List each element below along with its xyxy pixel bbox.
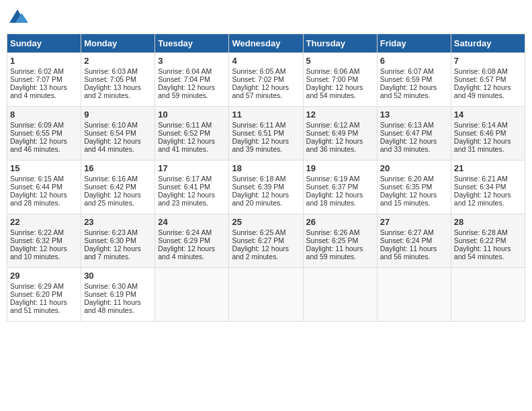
sunset-label: Sunset: 6:46 PM <box>454 129 506 137</box>
daylight-label: Daylight: 12 hours and 57 minutes. <box>232 83 289 99</box>
daylight-label: Daylight: 12 hours and 41 minutes. <box>158 137 215 153</box>
sunset-label: Sunset: 6:52 PM <box>158 129 210 137</box>
sunrise-label: Sunrise: 6:09 AM <box>10 121 64 129</box>
page-header <box>7 7 525 28</box>
day-number: 23 <box>84 217 152 227</box>
daylight-label: Daylight: 12 hours and 23 minutes. <box>158 191 215 207</box>
calendar-table: Sunday Monday Tuesday Wednesday Thursday… <box>7 34 525 322</box>
calendar-week-row: 8 Sunrise: 6:09 AM Sunset: 6:55 PM Dayli… <box>7 107 525 161</box>
day-number: 25 <box>232 217 300 227</box>
sunrise-label: Sunrise: 6:28 AM <box>454 228 508 236</box>
table-row: 19 Sunrise: 6:19 AM Sunset: 6:37 PM Dayl… <box>303 161 377 214</box>
day-number: 3 <box>158 56 226 66</box>
table-row: 8 Sunrise: 6:09 AM Sunset: 6:55 PM Dayli… <box>7 107 81 161</box>
calendar-week-row: 1 Sunrise: 6:02 AM Sunset: 7:07 PM Dayli… <box>7 53 525 107</box>
day-number: 17 <box>158 163 226 173</box>
table-row: 15 Sunrise: 6:15 AM Sunset: 6:44 PM Dayl… <box>7 161 81 214</box>
daylight-label: Daylight: 12 hours and 28 minutes. <box>10 191 67 207</box>
sunset-label: Sunset: 7:04 PM <box>158 75 210 83</box>
table-row: 13 Sunrise: 6:13 AM Sunset: 6:47 PM Dayl… <box>377 107 451 161</box>
day-number: 26 <box>306 217 374 227</box>
calendar-week-row: 29 Sunrise: 6:29 AM Sunset: 6:20 PM Dayl… <box>7 268 525 322</box>
sunset-label: Sunset: 6:51 PM <box>232 129 284 137</box>
sunrise-label: Sunrise: 6:17 AM <box>158 175 212 183</box>
day-number: 21 <box>454 163 522 173</box>
daylight-label: Daylight: 12 hours and 36 minutes. <box>306 137 363 153</box>
daylight-label: Daylight: 12 hours and 2 minutes. <box>232 244 289 261</box>
sunset-label: Sunset: 6:24 PM <box>380 236 433 244</box>
table-row: 27 Sunrise: 6:27 AM Sunset: 6:24 PM Dayl… <box>377 214 451 268</box>
sunrise-label: Sunrise: 6:26 AM <box>306 228 360 236</box>
sunrise-label: Sunrise: 6:19 AM <box>306 175 360 183</box>
table-row <box>303 268 377 322</box>
logo <box>7 7 31 28</box>
table-row: 7 Sunrise: 6:08 AM Sunset: 6:57 PM Dayli… <box>451 53 525 107</box>
sunrise-label: Sunrise: 6:06 AM <box>306 67 360 75</box>
sunrise-label: Sunrise: 6:25 AM <box>232 228 285 236</box>
table-row: 6 Sunrise: 6:07 AM Sunset: 6:59 PM Dayli… <box>377 53 451 107</box>
day-number: 22 <box>10 217 78 227</box>
sunrise-label: Sunrise: 6:24 AM <box>158 228 212 236</box>
sunrise-label: Sunrise: 6:11 AM <box>158 121 212 129</box>
daylight-label: Daylight: 12 hours and 52 minutes. <box>380 83 437 99</box>
daylight-label: Daylight: 12 hours and 46 minutes. <box>10 137 67 153</box>
sunset-label: Sunset: 6:59 PM <box>380 75 433 83</box>
col-thursday: Thursday <box>303 34 377 53</box>
table-row: 30 Sunrise: 6:30 AM Sunset: 6:19 PM Dayl… <box>81 268 155 322</box>
table-row: 4 Sunrise: 6:05 AM Sunset: 7:02 PM Dayli… <box>229 53 303 107</box>
sunset-label: Sunset: 6:22 PM <box>454 236 506 244</box>
sunrise-label: Sunrise: 6:08 AM <box>454 67 508 75</box>
sunrise-label: Sunrise: 6:18 AM <box>232 175 285 183</box>
sunset-label: Sunset: 7:07 PM <box>10 75 62 83</box>
col-sunday: Sunday <box>7 34 81 53</box>
daylight-label: Daylight: 11 hours and 51 minutes. <box>10 298 67 314</box>
day-number: 5 <box>306 56 374 66</box>
sunset-label: Sunset: 6:49 PM <box>306 129 359 137</box>
daylight-label: Daylight: 12 hours and 18 minutes. <box>306 191 363 207</box>
sunset-label: Sunset: 6:44 PM <box>10 183 62 191</box>
daylight-label: Daylight: 12 hours and 44 minutes. <box>84 137 141 153</box>
daylight-label: Daylight: 12 hours and 49 minutes. <box>454 83 511 99</box>
sunrise-label: Sunrise: 6:05 AM <box>232 67 285 75</box>
daylight-label: Daylight: 11 hours and 59 minutes. <box>306 244 363 261</box>
table-row: 22 Sunrise: 6:22 AM Sunset: 6:32 PM Dayl… <box>7 214 81 268</box>
sunset-label: Sunset: 6:30 PM <box>84 236 136 244</box>
daylight-label: Daylight: 11 hours and 54 minutes. <box>454 244 511 261</box>
table-row: 26 Sunrise: 6:26 AM Sunset: 6:25 PM Dayl… <box>303 214 377 268</box>
sunrise-label: Sunrise: 6:16 AM <box>84 175 138 183</box>
sunset-label: Sunset: 7:05 PM <box>84 75 136 83</box>
day-number: 8 <box>10 109 78 120</box>
logo-icon <box>7 7 28 28</box>
table-row: 9 Sunrise: 6:10 AM Sunset: 6:54 PM Dayli… <box>81 107 155 161</box>
day-number: 12 <box>306 109 374 120</box>
table-row: 23 Sunrise: 6:23 AM Sunset: 6:30 PM Dayl… <box>81 214 155 268</box>
table-row: 1 Sunrise: 6:02 AM Sunset: 7:07 PM Dayli… <box>7 53 81 107</box>
col-monday: Monday <box>81 34 155 53</box>
table-row: 18 Sunrise: 6:18 AM Sunset: 6:39 PM Dayl… <box>229 161 303 214</box>
table-row <box>229 268 303 322</box>
col-wednesday: Wednesday <box>229 34 303 53</box>
day-number: 9 <box>84 109 152 120</box>
day-number: 2 <box>84 56 152 66</box>
table-row: 17 Sunrise: 6:17 AM Sunset: 6:41 PM Dayl… <box>155 161 229 214</box>
day-number: 10 <box>158 109 226 120</box>
day-number: 24 <box>158 217 226 227</box>
daylight-label: Daylight: 12 hours and 20 minutes. <box>232 191 289 207</box>
daylight-label: Daylight: 12 hours and 4 minutes. <box>158 244 215 261</box>
sunrise-label: Sunrise: 6:23 AM <box>84 228 138 236</box>
table-row: 28 Sunrise: 6:28 AM Sunset: 6:22 PM Dayl… <box>451 214 525 268</box>
sunset-label: Sunset: 6:27 PM <box>232 236 284 244</box>
sunrise-label: Sunrise: 6:20 AM <box>380 175 434 183</box>
daylight-label: Daylight: 12 hours and 15 minutes. <box>380 191 437 207</box>
day-number: 28 <box>454 217 522 227</box>
day-number: 18 <box>232 163 300 173</box>
table-row: 10 Sunrise: 6:11 AM Sunset: 6:52 PM Dayl… <box>155 107 229 161</box>
table-row: 29 Sunrise: 6:29 AM Sunset: 6:20 PM Dayl… <box>7 268 81 322</box>
col-friday: Friday <box>377 34 451 53</box>
day-number: 27 <box>380 217 448 227</box>
sunset-label: Sunset: 6:47 PM <box>380 129 433 137</box>
sunrise-label: Sunrise: 6:10 AM <box>84 121 138 129</box>
table-row: 24 Sunrise: 6:24 AM Sunset: 6:29 PM Dayl… <box>155 214 229 268</box>
table-row: 14 Sunrise: 6:14 AM Sunset: 6:46 PM Dayl… <box>451 107 525 161</box>
sunrise-label: Sunrise: 6:15 AM <box>10 175 64 183</box>
